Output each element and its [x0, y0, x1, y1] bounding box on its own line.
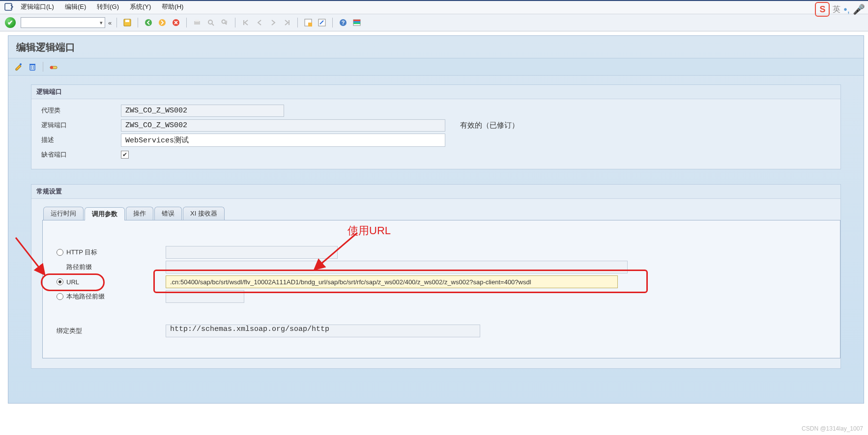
ime-indicator[interactable]: S 英 •, 🎤 [815, 2, 865, 17]
field-url[interactable]: .cn:50400/sap/bc/srt/wsdl/flv_10002A111A… [166, 275, 618, 288]
svg-rect-7 [195, 20, 199, 22]
svg-rect-23 [29, 64, 35, 65]
svg-point-4 [159, 19, 166, 26]
svg-rect-22 [30, 65, 35, 70]
group-general-settings: 常规设置 运行时间 调用参数 操作 错误 XI 接收器 使用URL HTTP 目… [31, 184, 841, 369]
label-proxy-class: 代理类 [36, 106, 121, 115]
field-local-prefix[interactable] [166, 290, 244, 303]
svg-rect-20 [353, 23, 360, 24]
enter-icon[interactable]: ✔ [5, 17, 16, 28]
radio-local-prefix-text: 本地路径前缀 [66, 292, 105, 301]
help-icon[interactable]: ? [338, 17, 348, 28]
field-bind-type: http://schemas.xmlsoap.org/soap/http [166, 325, 480, 337]
page-toolbar [8, 58, 864, 76]
group1-title: 逻辑端口 [31, 85, 840, 99]
field-path-prefix[interactable] [166, 261, 628, 273]
tab-errors[interactable]: 错误 [154, 207, 182, 220]
find-next-icon [219, 17, 230, 28]
app-toolbar: ✔ ▾ « ? [0, 14, 868, 31]
app-icon[interactable] [4, 2, 14, 12]
delete-icon[interactable] [27, 61, 38, 72]
svg-line-28 [16, 238, 44, 273]
mic-icon[interactable]: 🎤 [853, 3, 865, 15]
shortcut-icon[interactable] [317, 17, 327, 28]
menu-help[interactable]: 帮助(H) [162, 2, 183, 11]
radio-http-target[interactable]: HTTP 目标 [53, 248, 166, 257]
tab-runtime[interactable]: 运行时间 [43, 207, 84, 220]
tabstrip: 运行时间 调用参数 操作 错误 XI 接收器 [42, 207, 840, 220]
display-change-icon[interactable] [13, 61, 24, 72]
radio-url[interactable]: URL [53, 278, 166, 286]
radio-path-prefix-text: 路径前缀 [66, 263, 92, 272]
find-icon [205, 17, 216, 28]
field-description[interactable]: WebServices测试 [121, 134, 445, 147]
radio-dot-local[interactable] [57, 293, 63, 300]
tab-panel-call-params: 使用URL HTTP 目标 路径前缀 [42, 220, 840, 358]
svg-rect-0 [5, 3, 12, 10]
radio-local-prefix[interactable]: 本地路径前缀 [53, 292, 166, 301]
svg-rect-19 [353, 21, 360, 23]
collapse-icon[interactable]: « [108, 19, 112, 27]
ime-lang: 英 [833, 4, 840, 15]
layout-icon[interactable] [351, 17, 362, 28]
arrow-to-radio [13, 235, 53, 284]
svg-rect-18 [353, 20, 360, 21]
svg-rect-6 [194, 21, 200, 25]
page-title: 编辑逻辑端口 [8, 36, 864, 58]
tab-xi-receiver[interactable]: XI 接收器 [183, 207, 225, 220]
menu-system[interactable]: 系统(Y) [130, 2, 151, 11]
checkbox-default-port[interactable]: ✔ [121, 151, 129, 159]
prev-page-icon [254, 17, 265, 28]
label-bind-type: 绑定类型 [53, 326, 166, 335]
exit-icon[interactable] [157, 17, 168, 28]
save-icon[interactable] [122, 17, 133, 28]
radio-http-target-text: HTTP 目标 [66, 248, 97, 257]
svg-point-21 [20, 63, 22, 65]
last-page-icon [282, 17, 292, 28]
svg-point-8 [208, 20, 212, 24]
annotation-use-url: 使用URL [347, 223, 391, 238]
group2-title: 常规设置 [31, 185, 840, 199]
svg-text:?: ? [342, 20, 345, 26]
command-field[interactable]: ▾ [21, 17, 105, 28]
svg-point-27 [50, 66, 53, 69]
cancel-icon[interactable] [171, 17, 181, 28]
first-page-icon [240, 17, 251, 28]
label-description: 描述 [36, 136, 121, 144]
radio-url-text: URL [66, 278, 79, 286]
svg-rect-13 [308, 23, 312, 27]
bind-type-text: 绑定类型 [57, 326, 82, 335]
svg-rect-2 [125, 20, 129, 22]
print-icon [192, 17, 203, 28]
svg-point-3 [145, 19, 152, 26]
menu-edit[interactable]: 编辑(E) [65, 2, 86, 11]
activate-icon[interactable] [48, 61, 59, 72]
radio-dot-url[interactable] [57, 278, 63, 285]
next-page-icon [268, 17, 279, 28]
menu-goto[interactable]: 转到(G) [97, 2, 119, 11]
main-panel: 编辑逻辑端口 逻辑端口 代理类 ZWS_CO_Z_WS002 逻辑端口 ZWS_… [8, 35, 864, 404]
sogou-icon[interactable]: S [815, 2, 830, 17]
menu-logical-port[interactable]: 逻辑端口(L) [21, 2, 54, 11]
field-proxy-class: ZWS_CO_Z_WS002 [121, 105, 284, 117]
ime-punct: •, [843, 4, 850, 15]
tab-call-params[interactable]: 调用参数 [85, 207, 125, 220]
group-logical-port: 逻辑端口 代理类 ZWS_CO_Z_WS002 逻辑端口 ZWS_CO_Z_WS… [31, 84, 841, 169]
menu-bar: 逻辑端口(L) 编辑(E) 转到(G) 系统(Y) 帮助(H) [0, 0, 868, 14]
status-text: 有效的（已修订） [460, 121, 519, 130]
back-icon[interactable] [143, 17, 154, 28]
label-logical-port: 逻辑端口 [36, 121, 121, 130]
field-logical-port: ZWS_CO_Z_WS002 [121, 119, 445, 132]
svg-line-9 [212, 24, 214, 26]
field-http-target[interactable] [166, 246, 338, 259]
new-session-icon[interactable] [303, 17, 314, 28]
radio-dot-http[interactable] [57, 249, 63, 256]
tab-operations[interactable]: 操作 [126, 207, 153, 220]
radio-path-prefix: 路径前缀 [53, 263, 166, 272]
label-default-port: 缺省端口 [36, 150, 121, 159]
